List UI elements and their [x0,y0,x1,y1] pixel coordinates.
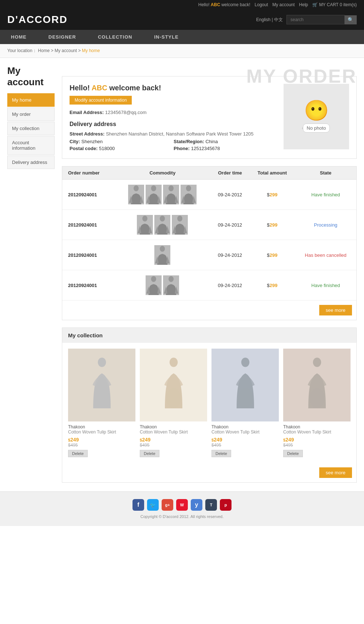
collection-item-image[interactable] [283,349,351,421]
breadcrumb-current: My home [82,48,100,53]
collection-see-more-button[interactable]: see more [319,467,352,478]
svg-point-11 [95,388,109,408]
product-thumbnail [163,275,179,295]
nav-instyle[interactable]: IN-STYLE [143,30,189,44]
item-price: $249 [140,437,207,443]
order-number: 20120924001 [62,180,114,210]
no-photo-box: 😶 No photo [284,84,349,149]
main-nav: HOME DESIGNER COLLECTION IN-STYLE [0,30,364,44]
nav-collection[interactable]: COLLECTION [87,30,143,44]
sidebar-item-my-home[interactable]: My home [7,93,55,107]
item-old-price: $495 [211,443,279,448]
cart-icon[interactable]: 🛒 MY CART 0 item(s) [312,2,357,7]
logout-link[interactable]: Logout [255,2,268,7]
help-link[interactable]: Help [299,2,308,7]
svg-point-3 [186,185,191,191]
item-price: $249 [211,437,279,443]
tumblr-icon[interactable]: T [205,499,217,511]
order-amount: $299 [249,240,295,270]
breadcrumb-home[interactable]: Home [38,48,50,53]
email-row: Email Address: 12345678@qq.com [70,110,276,115]
facebook-icon[interactable]: f [132,499,144,511]
svg-point-13 [166,388,181,408]
col-state: State [295,166,356,180]
renren-icon[interactable]: y [191,499,202,511]
col-commodity: Commodity [114,166,210,180]
product-thumbnail [146,185,162,204]
item-old-price: $495 [283,443,351,448]
delete-button[interactable]: Delete [140,450,159,457]
collection-see-more-row: see more [62,463,356,482]
item-price: $249 [68,437,135,443]
order-time: 09-24-2012 [210,240,249,270]
search-input[interactable] [286,15,345,24]
sidebar-menu: My home My order My collection Account i… [7,93,55,169]
order-row: 20120924001 09-24-2012$299Have finished [62,270,356,301]
collection-item: Thakoon Cotton Woven Tulip Skirt $249 $4… [68,349,135,457]
delete-button[interactable]: Delete [211,450,231,457]
sidebar-item-delivery[interactable]: Delivery address [7,156,55,169]
collection-section: My collection Thakoon Cotton Woven Tulip… [62,327,357,483]
order-number: 20120924001 [62,270,114,301]
product-thumbnail [128,185,144,204]
street-row: Street Address: Shenzhen Nanshan Distric… [70,131,276,137]
copyright: Copyright © D'accord 2012. All rights re… [7,514,357,519]
order-amount: $299 [249,210,295,240]
language-toggle[interactable]: English | 中文 [256,17,283,23]
product-thumbnail [154,215,170,235]
nav-designer[interactable]: DESIGNER [37,30,87,44]
collection-item-image[interactable] [68,349,135,421]
logo[interactable]: D'ACCORD [7,14,68,25]
item-price: $249 [283,437,351,443]
delete-button[interactable]: Delete [283,450,303,457]
svg-point-7 [160,246,165,252]
collection-item-image[interactable] [211,349,279,421]
item-name: Cotton Woven Tulip Skirt [140,429,207,435]
svg-point-5 [160,216,165,221]
modify-account-button[interactable]: Modify account information [70,96,132,105]
svg-point-1 [151,185,156,191]
weibo-icon[interactable]: W [176,499,188,511]
search-button[interactable]: 🔍 [345,15,357,24]
google-plus-icon[interactable]: g+ [162,499,173,511]
item-brand: Thakoon [140,424,207,429]
order-time: 09-24-2012 [210,180,249,210]
social-icons: f 🐦 g+ W y T p [7,499,357,511]
twitter-icon[interactable]: 🐦 [147,499,159,511]
breadcrumb-my-account[interactable]: My account [55,48,77,53]
search-box: 🔍 [286,15,357,24]
pinterest-icon[interactable]: p [220,499,232,511]
top-bar: Hello! ABC welcome back! Logout My accou… [0,0,364,9]
header-right: English | 中文 🔍 [256,15,357,24]
order-thumbs [114,240,210,270]
order-row: 20120924001 09-24-2012$299Has been cance… [62,240,356,270]
svg-point-6 [177,216,182,221]
collection-item-image[interactable] [140,349,207,421]
nav-home[interactable]: HOME [0,30,37,44]
orders-see-more-button[interactable]: see more [319,305,352,315]
account-info-box: Hello! ABC welcome back! Modify account … [62,76,357,159]
main-content: MY ORDER Hello! ABC welcome back! Modify… [62,65,357,483]
collection-item: Thakoon Cotton Woven Tulip Skirt $249 $4… [283,349,351,457]
header: D'ACCORD English | 中文 🔍 [0,9,364,30]
svg-point-15 [238,388,253,408]
product-thumbnail [181,185,197,204]
order-time: 09-24-2012 [210,210,249,240]
delete-button[interactable]: Delete [68,450,88,457]
col-total-amount: Total amount [249,166,295,180]
product-thumbnail [146,275,162,295]
sidebar-item-my-collection[interactable]: My collection [7,122,55,135]
collection-header: My collection [62,328,356,343]
sidebar-item-account-info[interactable]: Account information [7,136,55,155]
orders-table-header: Order number Commodity Order time Total … [62,166,356,180]
item-old-price: $495 [68,443,135,448]
sidebar-item-my-order[interactable]: My order [7,107,55,121]
avatar-placeholder-icon: 😶 [304,101,329,121]
address-grid: City: Shenzhen State/Region: China Posta… [70,139,276,151]
my-account-link[interactable]: My account [272,2,294,7]
order-row: 20120924001 09-24-2012$299Have finished [62,180,356,210]
product-thumbnail [137,215,153,235]
svg-point-12 [169,358,177,367]
order-state: Has been cancelled [295,240,356,270]
orders-see-more-row: see more [62,301,356,320]
